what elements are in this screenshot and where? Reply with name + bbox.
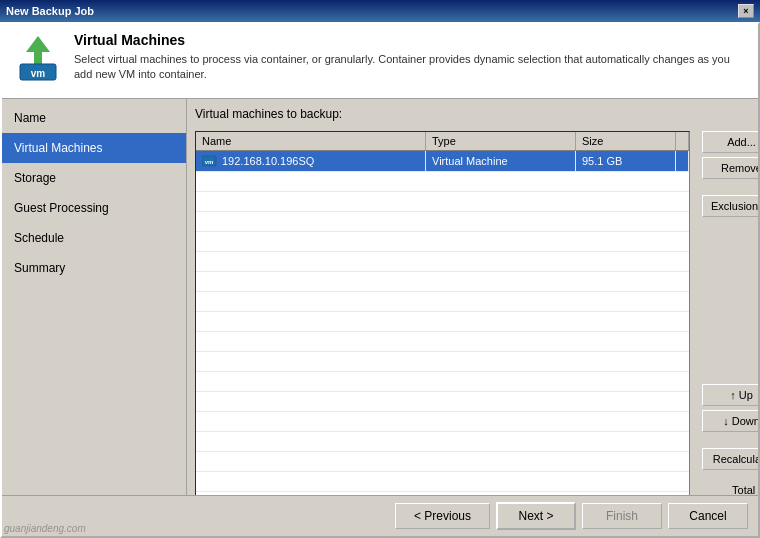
finish-button[interactable]: Finish <box>582 503 662 529</box>
sidebar-item-schedule[interactable]: Schedule <box>2 223 186 253</box>
vm-row-icon: vm <box>202 154 218 168</box>
title-bar: New Backup Job × <box>0 0 760 22</box>
sidebar-item-guest-processing[interactable]: Guest Processing <box>2 193 186 223</box>
recalculate-button[interactable]: Recalculate <box>702 448 758 470</box>
table-row-empty <box>196 192 689 212</box>
sidebar: Name Virtual Machines Storage Guest Proc… <box>2 99 187 495</box>
sidebar-item-virtual-machines[interactable]: Virtual Machines <box>2 133 186 163</box>
table-row-empty <box>196 372 689 392</box>
table-row-empty <box>196 392 689 412</box>
header-description: Select virtual machines to process via c… <box>74 52 746 83</box>
close-button[interactable]: × <box>738 4 754 18</box>
watermark: guanjiandeng.com <box>4 523 86 534</box>
previous-button[interactable]: < Previous <box>395 503 490 529</box>
cell-vm-type: Virtual Machine <box>426 151 576 171</box>
sidebar-item-summary[interactable]: Summary <box>2 253 186 283</box>
col-header-type: Type <box>426 132 576 150</box>
header: vm Virtual Machines Select virtual machi… <box>2 24 758 99</box>
cell-vm-size: 95.1 GB <box>576 151 676 171</box>
down-button[interactable]: ↓ Down <box>702 410 758 432</box>
cell-vm-extra <box>676 151 689 171</box>
exclusions-button[interactable]: Exclusions... <box>702 195 758 217</box>
col-header-name: Name <box>196 132 426 150</box>
up-button[interactable]: ↑ Up <box>702 384 758 406</box>
content-area: Name Virtual Machines Storage Guest Proc… <box>2 99 758 495</box>
table-row-empty <box>196 272 689 292</box>
table-row-empty <box>196 412 689 432</box>
svg-text:vm: vm <box>205 159 214 165</box>
main-panel: Virtual machines to backup: Name Type Si… <box>187 99 758 495</box>
sidebar-item-name[interactable]: Name <box>2 103 186 133</box>
title-bar-text: New Backup Job <box>6 5 94 17</box>
title-bar-buttons: × <box>738 4 754 18</box>
svg-marker-0 <box>26 36 50 64</box>
table-body: vm 192.168.10.196SQ Virtual Machine 95.1… <box>196 151 689 495</box>
col-header-extra <box>676 132 689 150</box>
table-row-empty <box>196 212 689 232</box>
main-window: vm Virtual Machines Select virtual machi… <box>0 22 760 538</box>
add-button[interactable]: Add... <box>702 131 758 153</box>
table-row-empty <box>196 252 689 272</box>
header-text: Virtual Machines Select virtual machines… <box>74 32 746 83</box>
sidebar-item-storage[interactable]: Storage <box>2 163 186 193</box>
cell-vm-name: vm 192.168.10.196SQ <box>196 151 426 171</box>
table-row[interactable]: vm 192.168.10.196SQ Virtual Machine 95.1… <box>196 151 689 172</box>
table-header: Name Type Size <box>196 132 689 151</box>
col-header-size: Size <box>576 132 676 150</box>
table-row-empty <box>196 332 689 352</box>
total-size-section: Total size: 95.1 GB <box>702 482 758 495</box>
vm-header-icon: vm <box>14 34 62 82</box>
table-row-empty <box>196 232 689 252</box>
table-row-empty <box>196 432 689 452</box>
total-size-label: Total size: <box>702 484 758 495</box>
table-row-empty <box>196 452 689 472</box>
table-row-empty <box>196 172 689 192</box>
table-row-empty <box>196 472 689 492</box>
table-row-empty <box>196 352 689 372</box>
table-row-empty <box>196 312 689 332</box>
right-action-panel: Add... Remove Exclusions... ↑ Up ↓ Down … <box>696 131 758 495</box>
svg-text:vm: vm <box>31 68 46 79</box>
vm-table: Name Type Size vm 192.168. <box>195 131 690 495</box>
bottom-bar: < Previous Next > Finish Cancel <box>2 495 758 536</box>
cancel-button[interactable]: Cancel <box>668 503 748 529</box>
section-label: Virtual machines to backup: <box>195 107 758 121</box>
remove-button[interactable]: Remove <box>702 157 758 179</box>
header-title: Virtual Machines <box>74 32 746 48</box>
table-row-empty <box>196 292 689 312</box>
next-button[interactable]: Next > <box>496 502 576 530</box>
